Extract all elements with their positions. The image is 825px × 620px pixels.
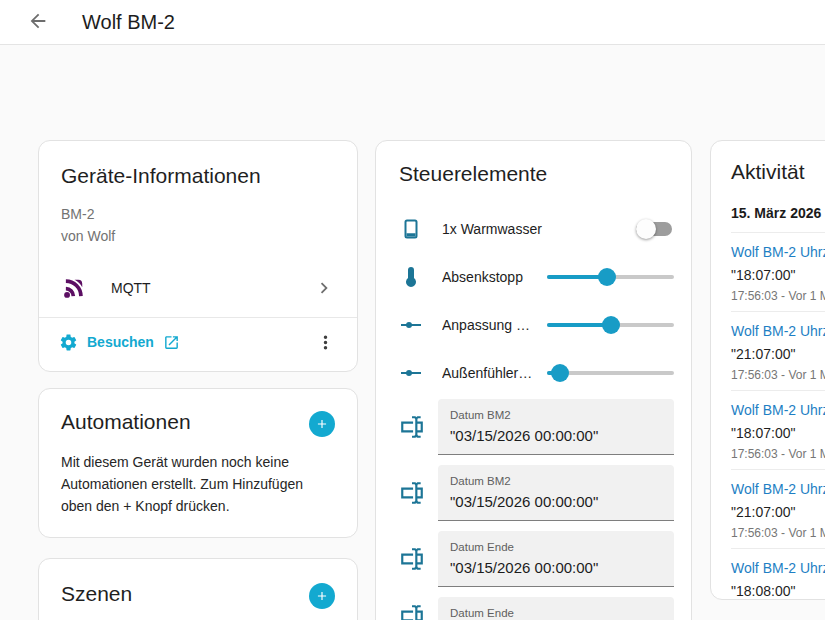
date-field-label: Datum BM2	[450, 474, 662, 488]
date-input-bm2-1[interactable]: Datum BM2 "03/15/2026 00:00:00"	[438, 399, 674, 455]
device-info-title: Geräte-Informationen	[61, 163, 335, 189]
back-button[interactable]	[26, 10, 50, 34]
activity-timestamp: 17:56:03 - Vor 1 Mi	[731, 447, 825, 461]
activity-entity-link[interactable]: Wolf BM-2 Uhrze	[731, 244, 825, 261]
control-label: Absenkstopp	[442, 269, 535, 285]
controls-card: Steuerelemente 1x Warmwasser Absenkstopp…	[375, 140, 692, 620]
automations-card: Automationen Mit diesem Gerät wurden noc…	[38, 388, 358, 538]
activity-value: "18:07:00"	[731, 425, 825, 442]
date-field-value: "03/15/2026 00:00:00"	[450, 426, 662, 445]
slider-fill	[547, 323, 611, 327]
activity-entry: Wolf BM-2 Uhrze "18:07:00" 17:56:03 - Vo…	[731, 233, 825, 312]
ray-vertex-icon	[399, 313, 423, 337]
activity-card: Aktivität 15. März 2026 Wolf BM-2 Uhrze …	[710, 140, 825, 600]
activity-entity-link[interactable]: Wolf BM-2 Uhrze	[731, 402, 825, 419]
date-field-label: Datum Ende	[450, 606, 662, 620]
add-scene-button[interactable]	[309, 583, 335, 609]
activity-entity-link[interactable]: Wolf BM-2 Uhrze	[731, 323, 825, 340]
gear-icon	[59, 333, 78, 352]
dots-vertical-icon	[315, 332, 336, 353]
aussenfuehler-slider[interactable]	[547, 364, 674, 382]
slider-thumb[interactable]	[598, 268, 616, 286]
form-textbox-icon	[399, 480, 425, 506]
control-row-anpassung: Anpassung R…	[399, 301, 674, 349]
toggle-thumb	[636, 219, 656, 239]
activity-entry: Wolf BM-2 Uhrze "21:07:00" 17:56:03 - Vo…	[731, 312, 825, 391]
controls-title: Steuerelemente	[399, 161, 674, 187]
device-info-card: Geräte-Informationen BM-2 von Wolf MQTT …	[38, 140, 358, 372]
integration-row-mqtt[interactable]: MQTT	[61, 259, 335, 317]
open-in-new-icon	[163, 334, 180, 351]
visit-link-label: Besuchen	[87, 334, 154, 350]
scenes-title: Szenen	[61, 581, 132, 607]
activity-date-header: 15. März 2026	[731, 205, 825, 233]
plus-icon	[315, 588, 329, 604]
date-row-ende-1: Datum Ende "03/15/2026 00:00:00"	[399, 531, 674, 587]
activity-entry: Wolf BM-2 Uhrze "18:08:00"	[731, 549, 825, 600]
activity-entity-link[interactable]: Wolf BM-2 Uhrze	[731, 560, 825, 577]
slider-thumb[interactable]	[602, 316, 620, 334]
control-label: Anpassung R…	[442, 317, 535, 333]
activity-entry: Wolf BM-2 Uhrze "21:07:00" 17:56:03 - Vo…	[731, 470, 825, 549]
date-field-value: "03/15/2026 00:00:00"	[450, 492, 662, 511]
control-row-warmwasser: 1x Warmwasser	[399, 205, 674, 253]
activity-value: "21:07:00"	[731, 346, 825, 363]
date-field-value: "03/15/2026 00:00:00"	[450, 558, 662, 577]
control-row-absenkstopp: Absenkstopp	[399, 253, 674, 301]
chevron-right-icon	[313, 277, 335, 299]
device-menu-button[interactable]	[307, 324, 343, 360]
mqtt-logo-icon	[61, 275, 87, 301]
date-input-ende-1[interactable]: Datum Ende "03/15/2026 00:00:00"	[438, 531, 674, 587]
app-header: Wolf BM-2	[0, 0, 825, 45]
activity-timestamp: 17:56:03 - Vor 1 Mi	[731, 368, 825, 382]
activity-value: "18:08:00"	[731, 583, 825, 600]
date-row-bm2-2: Datum BM2 "03/15/2026 00:00:00"	[399, 465, 674, 521]
device-manufacturer: von Wolf	[61, 225, 335, 247]
date-input-bm2-2[interactable]: Datum BM2 "03/15/2026 00:00:00"	[438, 465, 674, 521]
warmwasser-toggle[interactable]	[636, 219, 672, 239]
thermometer-icon	[399, 265, 423, 289]
control-row-aussenfuehler: Außenfühler g…	[399, 349, 674, 397]
activity-value: "21:07:00"	[731, 504, 825, 521]
tablet-icon	[399, 217, 423, 241]
visit-link[interactable]: Besuchen	[51, 327, 188, 358]
date-field-label: Datum BM2	[450, 408, 662, 422]
device-card-footer: Besuchen	[39, 317, 357, 366]
date-row-bm2-1: Datum BM2 "03/15/2026 00:00:00"	[399, 399, 674, 455]
slider-thumb[interactable]	[551, 364, 569, 382]
arrow-left-icon	[27, 10, 49, 35]
anpassung-slider[interactable]	[547, 316, 674, 334]
activity-timestamp: 17:56:03 - Vor 1 Mi	[731, 526, 825, 540]
automations-empty-text: Mit diesem Gerät wurden noch keine Autom…	[61, 451, 335, 517]
scenes-card: Szenen	[38, 558, 358, 620]
activity-entity-link[interactable]: Wolf BM-2 Uhrze	[731, 481, 825, 498]
integration-label: MQTT	[111, 280, 313, 296]
form-textbox-icon	[399, 546, 425, 572]
plus-icon	[315, 416, 329, 432]
add-automation-button[interactable]	[309, 411, 335, 437]
form-textbox-icon	[399, 603, 425, 620]
activity-timestamp: 17:56:03 - Vor 1 Mi	[731, 289, 825, 303]
control-label: 1x Warmwasser	[442, 221, 636, 237]
device-name: BM-2	[61, 203, 335, 225]
automations-title: Automationen	[61, 409, 191, 435]
activity-value: "18:07:00"	[731, 267, 825, 284]
page-title: Wolf BM-2	[82, 11, 175, 34]
absenkstopp-slider[interactable]	[547, 268, 674, 286]
date-input-ende-2[interactable]: Datum Ende	[438, 597, 674, 620]
date-row-ende-2: Datum Ende	[399, 597, 674, 620]
form-textbox-icon	[399, 414, 425, 440]
date-field-label: Datum Ende	[450, 540, 662, 554]
activity-entry: Wolf BM-2 Uhrze "18:07:00" 17:56:03 - Vo…	[731, 391, 825, 470]
activity-title: Aktivität	[731, 159, 825, 185]
ray-vertex-icon	[399, 361, 423, 385]
control-label: Außenfühler g…	[442, 365, 535, 381]
